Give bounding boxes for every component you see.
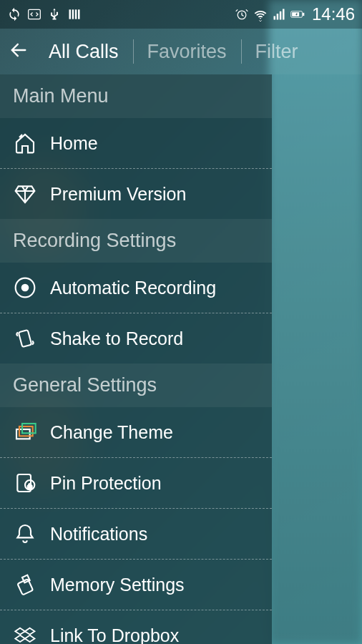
status-time: 14:46 bbox=[312, 4, 355, 24]
theme-icon bbox=[13, 420, 37, 444]
svg-rect-1 bbox=[69, 9, 72, 19]
dropbox-icon bbox=[13, 623, 37, 644]
background-blur bbox=[269, 0, 362, 644]
svg-rect-15 bbox=[19, 330, 31, 347]
menu-item-label: Premium Version bbox=[50, 184, 186, 205]
bell-icon bbox=[13, 522, 37, 546]
menu-item-notifications[interactable]: Notifications bbox=[0, 509, 272, 560]
svg-rect-4 bbox=[78, 9, 80, 19]
svg-rect-18 bbox=[22, 424, 36, 433]
section-recording: Recording Settings bbox=[0, 219, 272, 263]
shake-phone-icon bbox=[13, 326, 37, 351]
svg-rect-11 bbox=[303, 13, 304, 16]
svg-rect-23 bbox=[22, 575, 30, 583]
signal-icon bbox=[272, 7, 286, 21]
menu-item-label: Shake to Record bbox=[50, 328, 183, 349]
svg-rect-16 bbox=[16, 429, 30, 439]
menu-item-label: Pin Protection bbox=[50, 473, 162, 494]
menu-item-label: Automatic Recording bbox=[50, 278, 216, 298]
menu-item-label: Home bbox=[50, 133, 98, 154]
svg-point-14 bbox=[21, 284, 29, 292]
svg-rect-3 bbox=[75, 9, 77, 19]
usb-icon bbox=[47, 7, 62, 21]
section-main-menu: Main Menu bbox=[0, 74, 272, 118]
menu-item-shake-record[interactable]: Shake to Record bbox=[0, 313, 272, 364]
menu-item-memory[interactable]: Memory Settings bbox=[0, 560, 272, 610]
code-icon bbox=[27, 7, 41, 21]
menu-item-dropbox[interactable]: Link To Dropbox bbox=[0, 610, 272, 644]
drawer-panel: Main Menu Home Premium Version Recording… bbox=[0, 74, 272, 644]
menu-item-label: Link To Dropbox bbox=[50, 625, 179, 645]
usb-drive-icon bbox=[13, 572, 37, 597]
menu-item-auto-recording[interactable]: Automatic Recording bbox=[0, 263, 272, 313]
svg-rect-21 bbox=[27, 485, 33, 490]
svg-rect-22 bbox=[17, 579, 33, 595]
svg-rect-12 bbox=[292, 12, 299, 16]
wifi-icon bbox=[253, 7, 268, 21]
svg-rect-2 bbox=[72, 9, 74, 19]
tab-favorites[interactable]: Favorites bbox=[133, 36, 241, 67]
pin-lock-icon bbox=[13, 471, 37, 495]
svg-rect-8 bbox=[280, 11, 282, 20]
svg-rect-17 bbox=[19, 426, 33, 436]
menu-item-premium[interactable]: Premium Version bbox=[0, 169, 272, 219]
menu-item-theme[interactable]: Change Theme bbox=[0, 407, 272, 458]
status-bar: 14:46 bbox=[0, 0, 362, 29]
section-general: General Settings bbox=[0, 364, 272, 407]
action-bar: All Calls Favorites Filter bbox=[0, 29, 362, 74]
menu-item-pin[interactable]: Pin Protection bbox=[0, 458, 272, 509]
diamond-icon bbox=[13, 182, 37, 206]
menu-item-label: Memory Settings bbox=[50, 575, 185, 595]
tabs: All Calls Favorites Filter bbox=[44, 36, 353, 67]
tab-filter[interactable]: Filter bbox=[241, 36, 313, 67]
home-icon bbox=[13, 131, 37, 155]
menu-item-label: Notifications bbox=[50, 524, 147, 545]
menu-item-label: Change Theme bbox=[50, 422, 173, 443]
svg-rect-6 bbox=[273, 16, 275, 20]
alarm-icon bbox=[235, 7, 249, 21]
sync-icon bbox=[7, 7, 21, 21]
battery-charging-icon bbox=[290, 7, 305, 21]
menu-item-home[interactable]: Home bbox=[0, 118, 272, 169]
tab-all-calls[interactable]: All Calls bbox=[44, 36, 133, 67]
svg-rect-9 bbox=[283, 9, 285, 20]
back-button[interactable] bbox=[9, 40, 29, 63]
barcode-icon bbox=[67, 7, 82, 21]
record-icon bbox=[13, 275, 37, 300]
svg-rect-7 bbox=[277, 14, 279, 19]
